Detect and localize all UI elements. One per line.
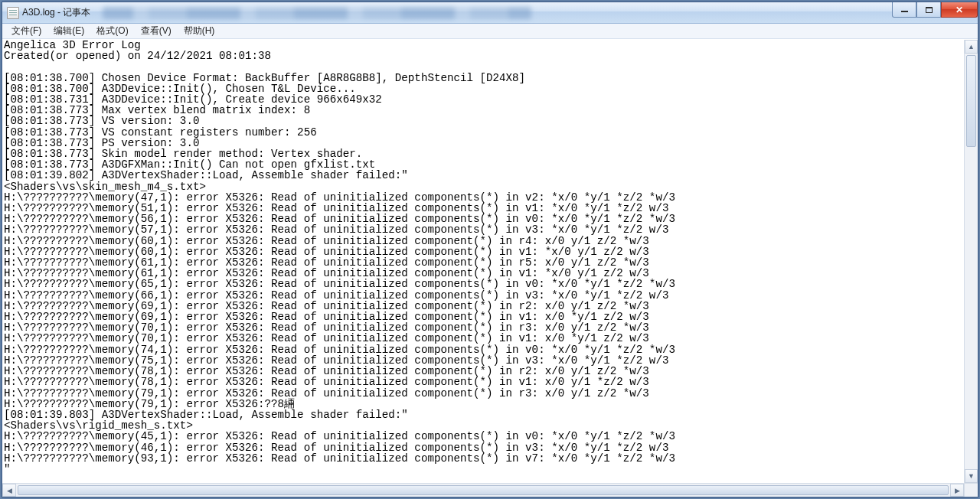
window-title: A3D.log - 记事本 — [22, 6, 90, 19]
horizontal-scroll-thumb[interactable] — [18, 485, 949, 495]
title-bar[interactable]: A3D.log - 记事本 ✕ — [2, 2, 978, 24]
minimize-button[interactable] — [892, 2, 916, 18]
horizontal-scrollbar[interactable]: ◀ ▶ — [2, 483, 964, 497]
scroll-right-button[interactable]: ▶ — [950, 484, 964, 497]
client-area: Angelica 3D Error Log Created(or opened)… — [2, 39, 978, 497]
scroll-up-button[interactable]: ▲ — [965, 40, 978, 54]
vertical-scrollbar[interactable]: ▲ ▼ — [964, 40, 978, 483]
notepad-icon — [7, 7, 19, 19]
maximize-button[interactable] — [916, 2, 941, 18]
close-button[interactable]: ✕ — [941, 2, 978, 18]
minimize-icon — [901, 11, 908, 12]
menu-format[interactable]: 格式(O) — [90, 23, 134, 39]
menu-view[interactable]: 查看(V) — [135, 23, 178, 39]
window-buttons: ✕ — [892, 2, 978, 18]
menu-bar: 文件(F) 编辑(E) 格式(O) 查看(V) 帮助(H) — [2, 24, 978, 39]
close-icon: ✕ — [956, 5, 963, 15]
menu-file[interactable]: 文件(F) — [5, 23, 47, 39]
text-area[interactable]: Angelica 3D Error Log Created(or opened)… — [2, 40, 964, 483]
scroll-left-button[interactable]: ◀ — [2, 484, 16, 497]
maximize-icon — [926, 7, 933, 13]
title-blur-region — [103, 7, 531, 19]
scrollbar-corner — [964, 483, 978, 497]
menu-edit[interactable]: 编辑(E) — [47, 23, 90, 39]
notepad-window: A3D.log - 记事本 ✕ 文件(F) 编辑(E) 格式(O) 查看(V) … — [2, 2, 978, 497]
vertical-scroll-thumb[interactable] — [966, 55, 976, 147]
scroll-down-button[interactable]: ▼ — [965, 469, 978, 483]
menu-help[interactable]: 帮助(H) — [178, 23, 221, 39]
